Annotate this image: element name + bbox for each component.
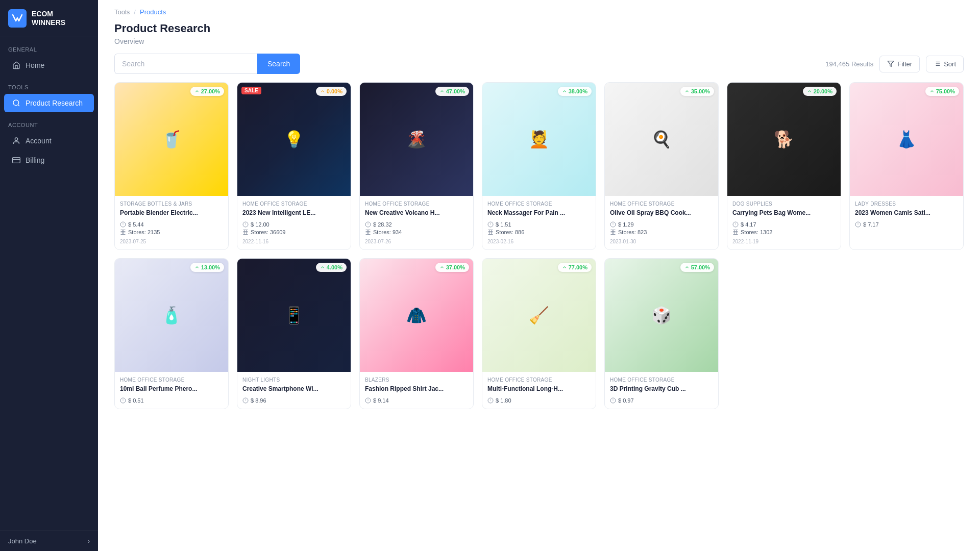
product-stores-row: Stores: 823: [610, 229, 713, 235]
product-stores-row: Stores: 36609: [242, 229, 346, 235]
product-category: Lady Dresses: [855, 201, 958, 207]
trend-value: 37.00%: [446, 264, 465, 270]
product-price: $ 1.80: [496, 397, 511, 404]
product-stores: Stores: 823: [618, 229, 647, 235]
product-category: Storage Bottles & Jars: [120, 201, 223, 207]
product-name: 2023 New Intelligent LE...: [242, 209, 346, 217]
products-grid: 🥤 27.00% Storage Bottles & Jars Portable…: [114, 82, 964, 409]
product-stores-row: Stores: 934: [365, 229, 468, 235]
product-card[interactable]: 🌋 47.00% Home Office Storage New Creativ…: [359, 82, 474, 250]
trend-badge: 20.00%: [803, 87, 837, 96]
trend-badge: 0.00%: [316, 87, 347, 96]
trend-value: 57.00%: [691, 264, 710, 270]
trend-value: 13.00%: [201, 264, 220, 270]
trend-badge: 13.00%: [190, 263, 224, 272]
product-category: Home Office Storage: [487, 377, 591, 383]
filter-label: Filter: [897, 60, 912, 68]
product-image: 🥤: [115, 83, 228, 196]
product-image: 🧥: [360, 259, 473, 372]
product-category: Home Office Storage: [120, 377, 223, 383]
page-subtitle: Overview: [114, 37, 964, 45]
trend-badge: 35.00%: [680, 87, 714, 96]
product-name: 2023 Women Camis Sati...: [855, 209, 958, 217]
section-label-tools: Tools: [0, 75, 98, 93]
sidebar-item-home[interactable]: Home: [4, 56, 94, 74]
logo: ECOMWINNERS: [0, 0, 98, 37]
product-image: 💆: [482, 83, 596, 196]
product-category: Home Office Storage: [365, 201, 468, 207]
product-card[interactable]: 🧹 77.00% Home Office Storage Multi-Funct…: [482, 258, 596, 409]
product-category: Home Office Storage: [610, 377, 713, 383]
product-date: 2023-02-16: [487, 239, 591, 244]
product-name: 3D Printing Gravity Cub ...: [610, 385, 713, 393]
product-image: 🐕: [727, 83, 841, 196]
section-label-general: General: [0, 37, 98, 56]
product-image: 🌋: [360, 83, 473, 196]
results-count: 194,465 Results: [825, 60, 873, 68]
trend-badge: 57.00%: [680, 263, 714, 272]
product-image: 🍳: [605, 83, 718, 196]
trend-value: 4.00%: [327, 264, 342, 270]
search-input[interactable]: [114, 54, 257, 74]
product-date: 2023-07-25: [120, 239, 223, 244]
products-area: 🥤 27.00% Storage Bottles & Jars Portable…: [98, 82, 980, 551]
product-price-row: $ 9.14: [365, 397, 468, 404]
search-button[interactable]: Search: [257, 54, 300, 74]
trend-value: 77.00%: [569, 264, 587, 270]
sidebar-item-product-research[interactable]: Product Research: [4, 94, 94, 112]
trend-value: 38.00%: [569, 88, 587, 94]
product-card[interactable]: 📱 4.00% Night Lights Creative Smartphone…: [237, 258, 351, 409]
product-price-row: $ 0.51: [120, 397, 223, 404]
product-stores: Stores: 1302: [741, 229, 772, 235]
search-row: Search: [114, 54, 300, 74]
product-card[interactable]: 🧥 37.00% Blazers Fashion Ripped Shirt Ja…: [359, 258, 474, 409]
product-date: 2023-01-30: [610, 239, 713, 244]
brand-name: ECOMWINNERS: [32, 10, 65, 27]
product-name: New Creative Volcano H...: [365, 209, 468, 217]
product-price-row: $ 8.96: [242, 397, 346, 404]
toolbar-right: 194,465 Results Filter Sort: [825, 56, 964, 72]
sidebar-item-billing[interactable]: Billing: [4, 151, 94, 169]
product-price-row: $ 7.17: [855, 221, 958, 228]
trend-value: 75.00%: [936, 88, 955, 94]
section-label-account: Account: [0, 113, 98, 131]
breadcrumb-tools[interactable]: Tools: [114, 8, 130, 16]
filter-button[interactable]: Filter: [879, 56, 920, 72]
svg-rect-3: [13, 158, 20, 163]
product-image: 📱: [237, 259, 351, 372]
user-name: John Doe: [8, 537, 37, 545]
sort-label: Sort: [944, 60, 956, 68]
product-card[interactable]: 🐕 20.00% Dog Supplies Carrying Pets Bag …: [727, 82, 841, 250]
svg-line-1: [18, 105, 19, 106]
sort-button[interactable]: Sort: [926, 56, 964, 72]
product-date: 2023-07-26: [365, 239, 468, 244]
product-name: Creative Smartphone Wi...: [242, 385, 346, 393]
product-card[interactable]: 💡 SALE 0.00% Home Office Storage 2023 Ne…: [237, 82, 351, 250]
trend-badge: 47.00%: [435, 87, 469, 96]
product-price: $ 1.29: [618, 221, 634, 228]
trend-badge: 27.00%: [190, 87, 224, 96]
product-price: $ 0.97: [618, 397, 634, 404]
product-card[interactable]: 🍳 35.00% Home Office Storage Olive Oil S…: [604, 82, 719, 250]
product-stores: Stores: 36609: [251, 229, 286, 235]
product-name: Multi-Functional Long-H...: [487, 385, 591, 393]
trend-value: 27.00%: [201, 88, 220, 94]
trend-value: 0.00%: [327, 88, 342, 94]
page-title: Product Research: [114, 22, 964, 35]
product-card[interactable]: 👗 75.00% Lady Dresses 2023 Women Camis S…: [849, 82, 964, 250]
product-date: 2022-11-19: [732, 239, 836, 244]
product-card[interactable]: 🧴 13.00% Home Office Storage 10ml Ball P…: [114, 258, 229, 409]
product-card[interactable]: 💆 38.00% Home Office Storage Neck Massag…: [482, 82, 596, 250]
product-stores-row: Stores: 886: [487, 229, 591, 235]
product-stores: Stores: 886: [496, 229, 524, 235]
sidebar-item-billing-label: Billing: [26, 156, 44, 164]
trend-badge: 37.00%: [435, 263, 469, 272]
product-stores-row: Stores: 2135: [120, 229, 223, 235]
product-price: $ 0.51: [128, 397, 144, 404]
trend-badge: 75.00%: [925, 87, 959, 96]
product-price: $ 12.00: [251, 221, 270, 228]
sidebar-item-account[interactable]: Account: [4, 132, 94, 150]
product-card[interactable]: 🎲 57.00% Home Office Storage 3D Printing…: [604, 258, 719, 409]
product-card[interactable]: 🥤 27.00% Storage Bottles & Jars Portable…: [114, 82, 229, 250]
user-profile[interactable]: John Doe ›: [0, 531, 98, 551]
